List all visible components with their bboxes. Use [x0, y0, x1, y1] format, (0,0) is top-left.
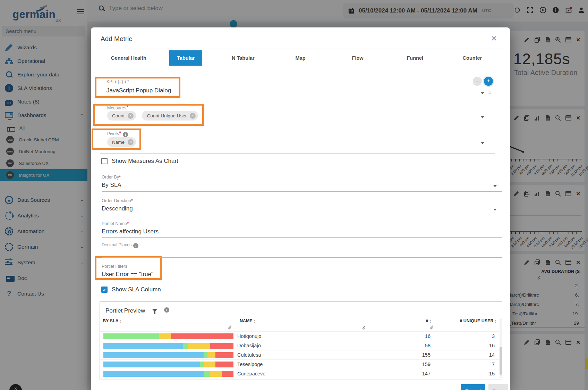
sla-bar: [103, 362, 233, 367]
remove-chip-icon[interactable]: ✕: [128, 113, 134, 119]
table-row: Culetulesa 155 14: [100, 350, 499, 359]
field-underline: [106, 97, 489, 97]
table-row: Dobasijajo 58 16: [100, 341, 499, 350]
order-direction-select[interactable]: Order Direction* Descending: [102, 198, 502, 215]
app-root: germain UX Wizards Operational Explore y…: [0, 0, 588, 390]
checkbox-icon[interactable]: [101, 158, 108, 164]
sla-bar: [103, 352, 233, 358]
stepper-icon[interactable]: ▲▼: [489, 91, 491, 95]
save-button[interactable]: Save: [488, 384, 508, 390]
tab-n-tabular[interactable]: N Tabular: [214, 49, 272, 67]
close-icon[interactable]: ✕: [488, 33, 500, 44]
cancel-button[interactable]: Cancel: [461, 384, 485, 390]
tab-counter[interactable]: Counter: [444, 49, 501, 67]
dropdown-caret-icon[interactable]: [493, 185, 497, 187]
dropdown-caret-icon[interactable]: [481, 116, 484, 118]
tab-flow[interactable]: Flow: [329, 49, 386, 67]
table-row: Hotiqonujo 16 3: [100, 331, 499, 341]
info-icon[interactable]: i: [123, 132, 128, 137]
kpi-group: – + KPI▲▼(#)▲▼* JavaScript Popup Dialog …: [100, 73, 495, 154]
checkbox-checked-icon[interactable]: ✓: [101, 287, 108, 293]
chip-count: Count✕: [107, 111, 136, 121]
column-header-by-sla[interactable]: BY SLA▲▼: [103, 318, 123, 323]
column-resize-handle[interactable]: [362, 327, 365, 330]
pivots-chips: Name✕: [107, 137, 140, 147]
tab-funnel[interactable]: Funnel: [386, 49, 444, 67]
kpi-select-value[interactable]: JavaScript Popup Dialog: [106, 87, 171, 94]
sla-bar: [103, 343, 233, 349]
filter-icon[interactable]: [152, 309, 157, 312]
measures-chips: Count✕ Count Unique User✕: [107, 111, 203, 121]
column-resize-handle[interactable]: [429, 327, 433, 330]
show-measures-as-chart-checkbox[interactable]: Show Measures As Chart: [101, 158, 178, 165]
kpi-required: *: [127, 79, 129, 84]
column-header-name[interactable]: NAME▲▼: [240, 318, 257, 323]
table-row: Cunepaceve 147 15: [100, 369, 499, 378]
dropdown-caret-icon[interactable]: [481, 142, 484, 144]
order-by-select[interactable]: Order By* By SLA: [102, 175, 502, 192]
info-icon[interactable]: i: [164, 307, 169, 313]
scrollbar-thumb[interactable]: [500, 347, 502, 375]
measures-label: Measures*: [107, 105, 128, 111]
add-kpi-button[interactable]: +: [484, 77, 493, 86]
kpi-suffix: (#): [118, 79, 123, 84]
column-header-count[interactable]: #▲▼: [426, 318, 433, 323]
dropdown-caret-icon[interactable]: [493, 209, 497, 211]
remove-chip-icon[interactable]: ✕: [190, 113, 196, 119]
sla-bar: [103, 371, 233, 377]
table-row: Tesesipoge 159 7: [100, 359, 499, 369]
tab-general-health[interactable]: General Health: [100, 49, 157, 67]
sort-icon[interactable]: ▲▼: [114, 80, 117, 83]
sla-bar: [103, 333, 233, 339]
column-resize-handle[interactable]: [228, 327, 231, 330]
chip-count-unique-user: Count Unique User✕: [142, 111, 198, 121]
remove-kpi-button[interactable]: –: [473, 77, 482, 86]
portlet-preview-title: Portlet Preview: [105, 307, 145, 314]
chip-name: Name✕: [107, 137, 136, 147]
metric-type-tabs: General Health Tabular N Tabular Map Flo…: [91, 49, 510, 67]
tab-tabular[interactable]: Tabular: [157, 49, 214, 67]
portlet-name-input[interactable]: Portlet Name* Errors affecting Users: [102, 221, 502, 238]
field-underline: [106, 124, 489, 124]
show-sla-column-checkbox[interactable]: ✓ Show SLA Column: [101, 286, 161, 293]
dropdown-caret-icon[interactable]: [481, 92, 484, 94]
scrollbar[interactable]: [500, 318, 502, 378]
modal-title: Add Metric: [101, 35, 132, 43]
kpi-label: KPI: [106, 79, 113, 84]
decimal-places-input[interactable]: Decimal Placesi: [102, 242, 502, 258]
column-header-unique-user[interactable]: # UNIQUE USER▲▼: [460, 318, 498, 323]
info-icon[interactable]: i: [133, 243, 138, 248]
field-underline: [106, 150, 489, 150]
portlet-preview: Portlet Preview i BY SLA▲▼ NAME▲▼ #▲▼ # …: [100, 301, 502, 380]
kpi-label-row: KPI▲▼(#)▲▼*: [106, 78, 129, 84]
remove-chip-icon[interactable]: ✕: [128, 139, 134, 145]
modal-footer: Cancel Save: [91, 381, 510, 390]
portlet-filters-input[interactable]: Portlet Filters User Error == "true": [102, 264, 502, 279]
sort-icon[interactable]: ▲▼: [124, 80, 126, 83]
pivots-label: Pivots*i: [107, 130, 128, 137]
add-metric-modal: Add Metric ✕ General Health Tabular N Ta…: [91, 27, 510, 390]
tab-map[interactable]: Map: [272, 49, 329, 67]
